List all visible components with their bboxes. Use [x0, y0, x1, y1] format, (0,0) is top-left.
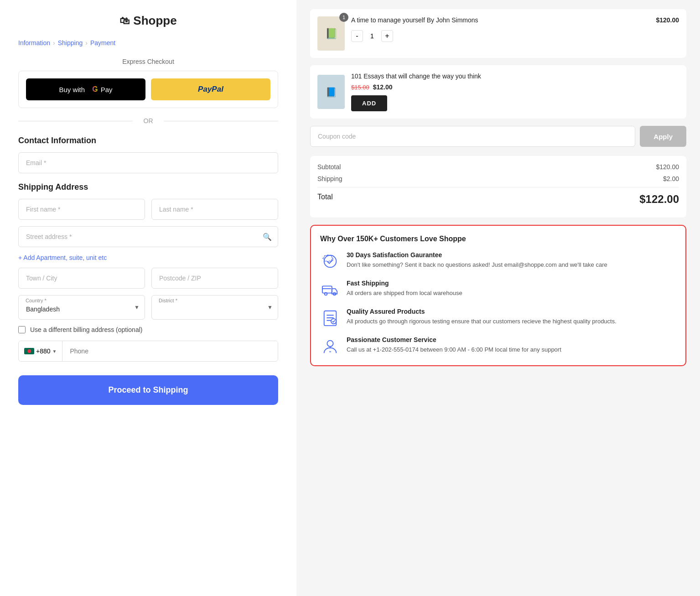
trust-shipping-text: Fast Shipping All orders are shipped fro…: [347, 280, 462, 298]
street-field[interactable]: [18, 226, 278, 247]
gpay-g: G: [92, 85, 98, 93]
last-name-field[interactable]: [151, 199, 278, 220]
total-row: Total $122.00: [317, 187, 679, 206]
email-group: [18, 152, 278, 173]
guarantee-icon: [320, 251, 340, 271]
name-row: [18, 199, 278, 220]
gpay-buy-with: Buy with: [59, 86, 85, 93]
trust-quality-text: Quality Assured Products All products go…: [347, 308, 617, 326]
bangladesh-flag-icon: [24, 348, 34, 354]
postcode-field[interactable]: [151, 268, 278, 289]
subtotal-label: Subtotal: [317, 163, 341, 171]
trust-quality-desc: All products go through rigorous testing…: [347, 317, 617, 326]
trust-shipping-title: Fast Shipping: [347, 280, 462, 287]
quality-icon: [320, 308, 340, 328]
left-panel: 🛍 Shoppe Information › Shipping › Paymen…: [0, 0, 296, 596]
coupon-input[interactable]: [310, 126, 635, 147]
paypal-label: PayPal: [198, 85, 223, 93]
breadcrumb-shipping[interactable]: Shipping: [58, 39, 83, 47]
order-summary: Subtotal $120.00 Shipping $2.00 Total $1…: [310, 156, 686, 218]
billing-checkbox-label: Use a different billing address (optiona…: [30, 326, 142, 333]
gpay-button[interactable]: Buy with GPay: [26, 78, 145, 100]
subtotal-row: Subtotal $120.00: [317, 163, 679, 171]
upsell-add-button[interactable]: ADD: [351, 95, 387, 111]
upsell-old-price: $15.00: [351, 84, 369, 91]
support-icon: [320, 336, 340, 356]
svg-rect-1: [322, 286, 332, 293]
country-wrapper: Country * Bangladesh ▼: [18, 295, 145, 320]
coupon-row: Apply: [310, 126, 686, 147]
town-city-field[interactable]: [18, 268, 145, 289]
shipping-row: Shipping $2.00: [317, 175, 679, 182]
upsell-name: 101 Essays that will change the way you …: [351, 73, 679, 80]
upsell-prices: $15.00 $12.00: [351, 83, 679, 91]
qty-value: 1: [368, 32, 377, 40]
phone-country-selector[interactable]: +880 ▼: [19, 341, 62, 361]
trust-guarantee-desc: Don't like something? Sent it back no qu…: [347, 260, 607, 269]
trust-title: Why Over 150K+ Customers Love Shoppe: [320, 235, 676, 243]
city-zip-row: [18, 268, 278, 289]
logo: 🛍 Shoppe: [119, 14, 176, 28]
trust-box: Why Over 150K+ Customers Love Shoppe 30 …: [310, 225, 686, 366]
svg-point-2: [325, 293, 327, 295]
qty-decrease-button[interactable]: -: [351, 30, 363, 42]
upsell-info: 101 Essays that will change the way you …: [351, 73, 679, 111]
subtotal-value: $120.00: [656, 163, 679, 171]
item-1-image-wrap: 📗 1: [317, 16, 345, 51]
contact-section-title: Contact Information: [18, 136, 278, 145]
apply-coupon-button[interactable]: Apply: [640, 126, 686, 147]
billing-checkbox[interactable]: [18, 326, 26, 333]
item-1-price: $120.00: [656, 16, 679, 26]
add-apt-link[interactable]: + Add Apartment, suite, unit etc: [18, 254, 107, 261]
trust-shipping-desc: All orders are shipped from local wareho…: [347, 289, 462, 298]
paypal-button[interactable]: PayPal: [151, 78, 270, 100]
country-district-row: Country * Bangladesh ▼ District * ▼: [18, 295, 278, 320]
trust-support-text: Passionate Customer Service Call us at +…: [347, 336, 561, 354]
shipping-label: Shipping: [317, 175, 342, 182]
breadcrumb-information[interactable]: Information: [18, 39, 50, 47]
breadcrumb-sep-1: ›: [53, 39, 55, 47]
shipping-icon: [320, 280, 340, 300]
order-item-1: 📗 1 A time to manage yourself By John Si…: [310, 9, 686, 58]
logo-icon: 🛍: [119, 15, 130, 27]
express-checkout-label: Express Checkout: [18, 58, 278, 65]
total-label: Total: [317, 193, 333, 206]
upsell-new-price: $12.00: [373, 83, 393, 91]
trust-item-guarantee: 30 Days Satisfaction Gaurantee Don't lik…: [320, 251, 676, 271]
district-wrapper: District * ▼: [151, 295, 278, 320]
trust-guarantee-title: 30 Days Satisfaction Gaurantee: [347, 251, 607, 259]
trust-item-quality: Quality Assured Products All products go…: [320, 308, 676, 328]
item-1-qty: - 1 +: [351, 30, 679, 42]
trust-item-support: Passionate Customer Service Call us at +…: [320, 336, 676, 356]
express-checkout-buttons: Buy with GPay PayPal: [18, 71, 278, 108]
breadcrumb: Information › Shipping › Payment: [18, 39, 278, 47]
first-name-field[interactable]: [18, 199, 145, 220]
shipping-value: $2.00: [663, 175, 679, 182]
logo-area: 🛍 Shoppe: [18, 14, 278, 28]
total-amount: $122.00: [639, 193, 679, 206]
gpay-pay: Pay: [101, 86, 113, 93]
or-divider: OR: [18, 117, 278, 124]
trust-support-desc: Call us at +1-202-555-0174 between 9:00 …: [347, 345, 561, 354]
svg-point-6: [327, 341, 333, 347]
street-group: 🔍: [18, 226, 278, 247]
phone-country-chevron-icon: ▼: [52, 349, 57, 354]
trust-quality-title: Quality Assured Products: [347, 308, 617, 315]
email-field[interactable]: [18, 152, 278, 173]
qty-increase-button[interactable]: +: [381, 30, 393, 42]
proceed-to-shipping-button[interactable]: Proceed to Shipping: [18, 375, 278, 405]
phone-code: +880: [36, 347, 51, 355]
upsell-item: 📘 101 Essays that will change the way yo…: [310, 65, 686, 119]
breadcrumb-sep-2: ›: [85, 39, 88, 47]
district-label: District *: [159, 298, 177, 303]
trust-guarantee-text: 30 Days Satisfaction Gaurantee Don't lik…: [347, 251, 607, 269]
item-1-badge: 1: [339, 13, 348, 22]
phone-field[interactable]: [62, 341, 278, 361]
trust-support-title: Passionate Customer Service: [347, 336, 561, 343]
item-1-info: A time to manage yourself By John Simmon…: [351, 16, 679, 42]
logo-text: Shoppe: [133, 14, 176, 28]
breadcrumb-payment[interactable]: Payment: [90, 39, 115, 47]
item-1-image: 📗: [317, 16, 345, 51]
billing-checkbox-row: Use a different billing address (optiona…: [18, 326, 278, 333]
country-label: Country *: [26, 298, 47, 303]
